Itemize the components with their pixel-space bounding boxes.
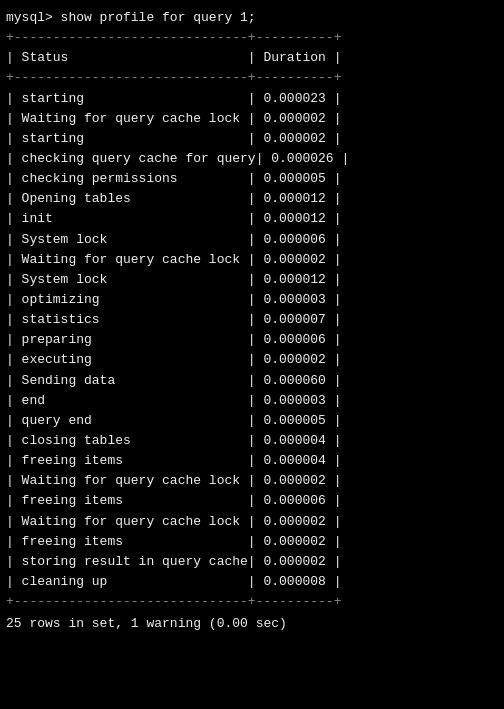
prompt-line: mysql> show profile for query 1; (6, 8, 498, 28)
table-row: | preparing | 0.000006 | (6, 330, 498, 350)
table-row: | checking query cache for query| 0.0000… (6, 149, 498, 169)
table-row: | Sending data | 0.000060 | (6, 371, 498, 391)
table-row: | closing tables | 0.000004 | (6, 431, 498, 451)
table-row: | Waiting for query cache lock | 0.00000… (6, 471, 498, 491)
table-body: | starting | 0.000023 || Waiting for que… (6, 89, 498, 593)
table-row: | checking permissions | 0.000005 | (6, 169, 498, 189)
table-row: | query end | 0.000005 | (6, 411, 498, 431)
table-row: | cleaning up | 0.000008 | (6, 572, 498, 592)
table-row: | Waiting for query cache lock | 0.00000… (6, 512, 498, 532)
table-row: | end | 0.000003 | (6, 391, 498, 411)
table-row: | freeing items | 0.000004 | (6, 451, 498, 471)
table-row: | Waiting for query cache lock | 0.00000… (6, 250, 498, 270)
table-row: | Opening tables | 0.000012 | (6, 189, 498, 209)
table-row: | starting | 0.000002 | (6, 129, 498, 149)
table-row: | System lock | 0.000006 | (6, 230, 498, 250)
table-row: | init | 0.000012 | (6, 209, 498, 229)
divider-top: +------------------------------+--------… (6, 28, 498, 48)
divider-bottom: +------------------------------+--------… (6, 592, 498, 612)
table-row: | freeing items | 0.000006 | (6, 491, 498, 511)
table-row: | freeing items | 0.000002 | (6, 532, 498, 552)
divider-mid: +------------------------------+--------… (6, 68, 498, 88)
table-row: | System lock | 0.000012 | (6, 270, 498, 290)
header-row: | Status | Duration | (6, 48, 498, 68)
table-row: | statistics | 0.000007 | (6, 310, 498, 330)
table-row: | Waiting for query cache lock | 0.00000… (6, 109, 498, 129)
table-row: | optimizing | 0.000003 | (6, 290, 498, 310)
table-row: | storing result in query cache| 0.00000… (6, 552, 498, 572)
table-row: | executing | 0.000002 | (6, 350, 498, 370)
footer-text: 25 rows in set, 1 warning (0.00 sec) (6, 614, 498, 634)
table-row: | starting | 0.000023 | (6, 89, 498, 109)
